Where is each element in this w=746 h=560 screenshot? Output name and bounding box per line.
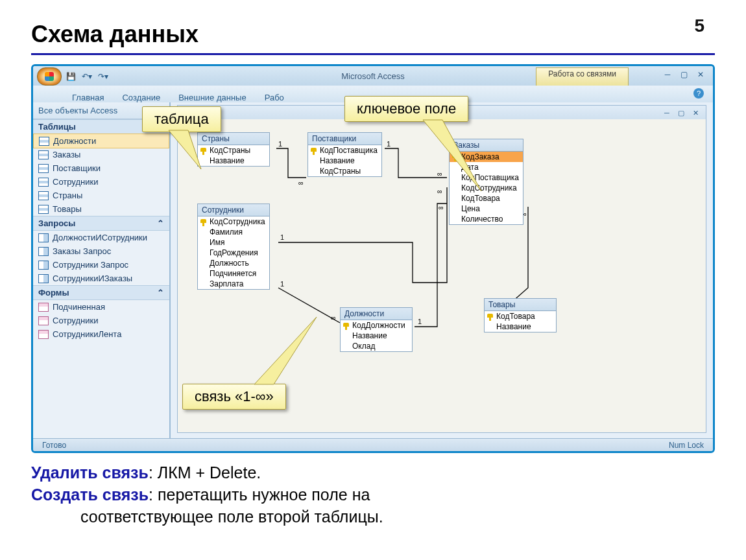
table-header[interactable]: Страны xyxy=(198,133,269,145)
nav-item[interactable]: Сотрудники xyxy=(33,314,169,327)
context-tab[interactable]: Работа со связями xyxy=(536,67,629,86)
table-field[interactable]: КодТовара xyxy=(485,311,556,321)
svg-text:∞: ∞ xyxy=(437,187,442,195)
tab-home[interactable]: Главная xyxy=(72,93,104,102)
table-field[interactable]: Название xyxy=(308,156,381,166)
nav-item[interactable]: Товары xyxy=(33,202,169,216)
tab-work[interactable]: Рабо xyxy=(265,93,284,102)
tab-create[interactable]: Создание xyxy=(122,93,160,102)
svg-text:∞: ∞ xyxy=(331,314,336,321)
explain-create-text: : перетащить нужное поле на xyxy=(149,485,370,504)
table-field[interactable]: КодСотрудника xyxy=(198,216,269,227)
nav-group-label: Запросы xyxy=(38,218,75,228)
nav-item-label: Товары xyxy=(53,204,82,214)
nav-item-label: Сотрудники xyxy=(53,177,98,187)
nav-item[interactable]: СотрудникиИЗаказы xyxy=(33,272,169,285)
status-left: Готово xyxy=(42,441,66,450)
help-icon[interactable]: ? xyxy=(693,88,704,99)
table-field[interactable]: Цена xyxy=(450,204,523,214)
svg-text:∞: ∞ xyxy=(298,179,304,187)
nav-item-label: Подчиненная xyxy=(53,302,105,312)
table-field[interactable]: КодДолжности xyxy=(341,320,412,331)
table-postavshiki[interactable]: ПоставщикиКодПоставщикаНазваниеКодСтраны xyxy=(307,132,382,177)
nav-group-queries[interactable]: Запросы⌃ xyxy=(33,216,169,231)
explain-delete-text: : ЛКМ + Delete. xyxy=(149,463,261,482)
nav-item[interactable]: Поставщики xyxy=(33,161,169,175)
object-icon xyxy=(38,261,49,270)
table-dolzhnosti[interactable]: ДолжностиКодДолжностиНазваниеОклад xyxy=(340,307,413,352)
svg-text:1: 1 xyxy=(280,280,284,288)
callout-link: связь «1-∞» xyxy=(182,384,286,410)
nav-item[interactable]: Сотрудники xyxy=(33,175,169,189)
client-area: Все объекты Access▾ Таблицы⌃ ДолжностиЗа… xyxy=(33,102,713,438)
nav-queries-list: ДолжностиИСотрудникиЗаказы ЗапросСотрудн… xyxy=(33,231,169,285)
chevron-up-icon: ⌃ xyxy=(157,288,164,298)
table-header[interactable]: Поставщики xyxy=(308,133,381,145)
table-field[interactable]: Зарплата xyxy=(198,279,269,289)
object-icon xyxy=(39,137,49,146)
mdi-window-controls[interactable]: ─ ▢ ✕ xyxy=(664,109,702,117)
table-field[interactable]: КодПоставщика xyxy=(308,145,381,156)
explain-delete-label: Удалить связь xyxy=(31,463,149,482)
nav-item[interactable]: Заказы xyxy=(33,148,169,161)
object-icon xyxy=(38,330,49,339)
table-field[interactable]: КодПоставщика xyxy=(450,172,523,183)
nav-item-label: Сотрудники Запрос xyxy=(53,260,128,270)
nav-item[interactable]: СотрудникиЛента xyxy=(33,327,169,341)
window-titlebar: 💾 ↶▾ ↷▾ Microsoft Access Работа со связя… xyxy=(33,66,713,86)
tab-external[interactable]: Внешние данные xyxy=(178,93,247,102)
explain-create-cont: соответствующее поле второй таблицы. xyxy=(80,508,383,526)
table-field[interactable]: Оклад xyxy=(341,341,412,351)
table-header[interactable]: Сотрудники xyxy=(198,204,269,216)
table-strany[interactable]: СтраныКодСтраныНазвание xyxy=(197,132,270,167)
table-field[interactable]: Подчиняется xyxy=(198,268,269,279)
redo-icon[interactable]: ↷▾ xyxy=(96,69,110,84)
nav-group-label: Формы xyxy=(38,288,69,298)
nav-group-label: Таблицы xyxy=(38,122,76,132)
access-window: 💾 ↶▾ ↷▾ Microsoft Access Работа со связя… xyxy=(31,64,715,453)
explain-create-label: Создать связь xyxy=(31,485,149,504)
nav-item-label: ДолжностиИСотрудники xyxy=(53,233,147,242)
table-field[interactable]: Должность xyxy=(198,258,269,268)
table-header[interactable]: Товары xyxy=(485,299,556,311)
table-field[interactable]: КодСтраны xyxy=(308,166,381,176)
table-field[interactable]: Название xyxy=(485,321,556,332)
nav-group-forms[interactable]: Формы⌃ xyxy=(33,285,169,300)
chevron-up-icon: ⌃ xyxy=(157,218,164,228)
nav-item-label: Поставщики xyxy=(53,163,101,173)
undo-icon[interactable]: ↶▾ xyxy=(80,69,94,84)
nav-item[interactable]: Сотрудники Запрос xyxy=(33,258,169,272)
table-field[interactable]: Название xyxy=(198,156,269,166)
table-header[interactable]: Должности xyxy=(341,308,412,320)
nav-item[interactable]: Подчиненная xyxy=(33,300,169,314)
table-field[interactable]: КодТовара xyxy=(450,193,523,204)
table-header[interactable]: Заказы xyxy=(450,139,523,152)
nav-item[interactable]: ДолжностиИСотрудники xyxy=(33,231,169,244)
table-field[interactable]: КодСтраны xyxy=(198,145,269,156)
table-field[interactable]: Название xyxy=(341,331,412,341)
object-icon xyxy=(38,205,49,214)
callout-label: связь «1-∞» xyxy=(195,388,274,404)
svg-text:1: 1 xyxy=(418,318,422,325)
nav-item[interactable]: Заказы Запрос xyxy=(33,244,169,258)
page-number: 5 xyxy=(694,16,704,36)
window-controls[interactable]: ─ ▢ ✕ xyxy=(665,70,708,79)
navigation-pane: Все объекты Access▾ Таблицы⌃ ДолжностиЗа… xyxy=(33,102,171,438)
title-rule xyxy=(31,53,715,55)
nav-forms-list: ПодчиненнаяСотрудникиСотрудникиЛента xyxy=(33,300,169,341)
table-sotrudniki[interactable]: СотрудникиКодСотрудникаФамилияИмяГодРожд… xyxy=(197,204,270,290)
nav-item[interactable]: Страны xyxy=(33,189,169,202)
table-field[interactable]: КодСотрудника xyxy=(450,183,523,193)
table-field[interactable]: Имя xyxy=(198,237,269,248)
app-title: Microsoft Access xyxy=(341,71,405,81)
save-icon[interactable]: 💾 xyxy=(64,69,78,84)
table-field[interactable]: ГодРождения xyxy=(198,248,269,258)
table-field[interactable]: Количество xyxy=(450,214,523,224)
nav-item[interactable]: Должности xyxy=(33,134,169,148)
nav-item-label: Заказы Запрос xyxy=(53,246,111,256)
office-button[interactable] xyxy=(37,67,62,86)
status-bar: Готово Num Lock xyxy=(33,438,713,452)
nav-item-label: Сотрудники xyxy=(53,316,98,325)
table-tovary[interactable]: ТоварыКодТовараНазвание xyxy=(484,298,557,332)
table-field[interactable]: Фамилия xyxy=(198,227,269,237)
